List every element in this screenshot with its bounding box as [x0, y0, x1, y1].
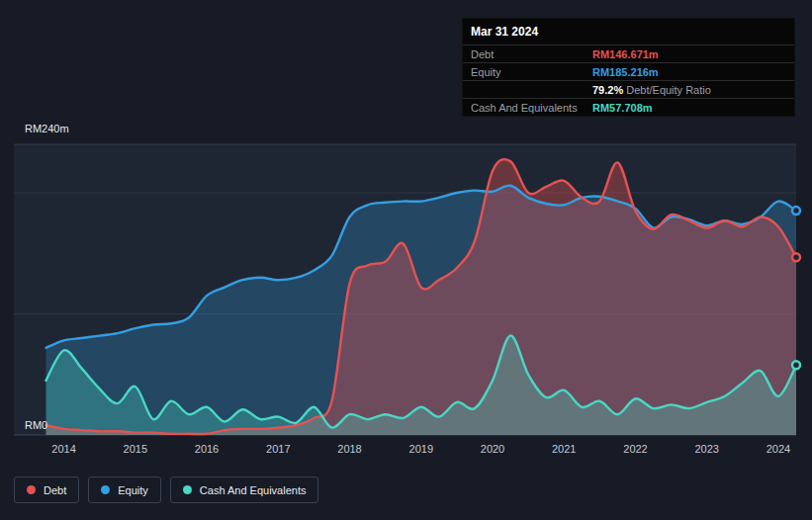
y-axis-label-top: RM240m	[25, 123, 69, 134]
x-axis-label: 2023	[694, 443, 718, 455]
debt-equity-history-chart-page: RM240m RM0 20142015201620172018201920202…	[0, 0, 812, 520]
x-axis-label: 2020	[481, 443, 504, 455]
tooltip-ratio-row: 79.2% Debt/Equity Ratio	[463, 80, 794, 98]
legend-item-debt[interactable]: Debt	[14, 477, 79, 503]
x-axis-label: 2019	[409, 443, 433, 455]
x-axis-label: 2022	[623, 443, 647, 455]
y-axis-label-bottom: RM0	[25, 419, 47, 431]
tooltip-ratio-label: Debt/Equity Ratio	[623, 84, 711, 96]
x-axis-label: 2018	[337, 443, 361, 455]
x-axis-label: 2015	[124, 443, 147, 455]
tooltip-cash-label: Cash And Equivalents	[471, 102, 578, 114]
tooltip-debt-label: Debt	[471, 48, 494, 60]
cash-series-dot-icon	[183, 485, 192, 494]
tooltip-equity-label: Equity	[471, 66, 501, 78]
x-axis-label: 2021	[552, 443, 576, 455]
legend-item-equity-label: Equity	[118, 484, 148, 496]
plot-area[interactable]	[14, 144, 796, 435]
chart-legend: Debt Equity Cash And Equivalents	[14, 477, 318, 503]
x-axis-label: 2016	[195, 443, 219, 455]
chart-tooltip: Mar 31 2024 Debt RM146.671m Equity RM185…	[462, 18, 795, 117]
tooltip-ratio: 79.2% Debt/Equity Ratio	[592, 81, 711, 99]
tooltip-equity-row: Equity RM185.216m	[463, 62, 794, 80]
tooltip-cash-value: RM57.708m	[592, 99, 653, 117]
equity-series-dot-icon	[101, 485, 110, 494]
x-axis-label: 2014	[51, 443, 75, 455]
x-axis: 2014201520162017201820192020202120222023…	[0, 443, 812, 459]
tooltip-equity-value: RM185.216m	[592, 63, 659, 81]
legend-item-cash[interactable]: Cash And Equivalents	[170, 477, 319, 503]
debt-series-dot-icon	[27, 485, 36, 494]
legend-item-equity[interactable]: Equity	[88, 477, 161, 503]
legend-item-debt-label: Debt	[44, 484, 66, 496]
tooltip-debt-row: Debt RM146.671m	[463, 44, 794, 62]
x-axis-label: 2017	[266, 443, 290, 455]
legend-item-cash-label: Cash And Equivalents	[200, 484, 307, 496]
tooltip-ratio-value: 79.2%	[592, 84, 623, 96]
tooltip-debt-value: RM146.671m	[592, 45, 659, 63]
tooltip-date-row: Mar 31 2024	[463, 19, 794, 44]
tooltip-cash-row: Cash And Equivalents RM57.708m	[463, 98, 794, 116]
tooltip-date: Mar 31 2024	[471, 25, 538, 39]
x-axis-label: 2024	[767, 443, 790, 455]
